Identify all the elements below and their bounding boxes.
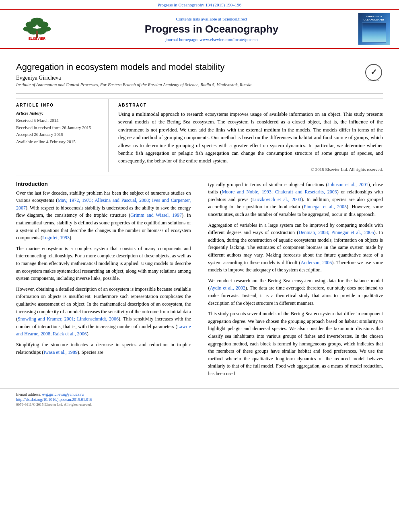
cite-pinnegar: Pinnegar et al., 2005 (304, 204, 347, 210)
article-title-block: Aggregation in ecosystem models and mode… (16, 62, 251, 90)
header-center: Contents lists available at ScienceDirec… (69, 13, 354, 45)
email-label: E-mail address: (16, 392, 41, 396)
body-section: Introduction Over the last few decades, … (16, 175, 383, 381)
history-revised: Received in revised form 26 January 2015 (16, 124, 102, 131)
email-address[interactable]: evg.giricheva@yandex.ru (42, 392, 84, 396)
body-right-column: typically grouped in terms of similar ec… (201, 181, 383, 381)
right-para-2: Aggregation of variables in a large syst… (208, 222, 383, 274)
main-content: Aggregation in ecosystem models and mode… (0, 49, 399, 388)
introduction-heading: Introduction (16, 181, 191, 187)
abstract-copyright: © 2015 Elsevier Ltd. All rights reserved… (118, 167, 383, 172)
header-logo-area: ELSEVIER (5, 13, 69, 45)
history-received: Received 5 March 2014 (16, 117, 102, 124)
cite-may: May, 1972, 1973; Allesina and Pascual, 2… (16, 197, 191, 211)
intro-para-1: Over the last few decades, stability pro… (16, 189, 191, 242)
svg-text:ELSEVIER: ELSEVIER (29, 37, 46, 41)
right-para-4: This study presents several models of th… (208, 310, 383, 377)
journal-title: Progress in Oceanography (145, 23, 278, 35)
cite-moore: Moore and Noble, 1993; Chalcraft and Res… (222, 189, 337, 195)
contents-available: Contents lists available at ScienceDirec… (176, 16, 247, 21)
journal-cover-image: PROGRESS INOCEANOGRAPHY (358, 13, 390, 45)
intro-para-3: However, obtaining a detailed descriptio… (16, 286, 191, 338)
article-history-label: Article history: (16, 111, 102, 115)
author-name: Evgeniya Giricheva (16, 75, 251, 81)
abstract-column: ABSTRACT Using a multimodal approach to … (118, 99, 383, 172)
author-affiliation: Institute of Automation and Control Proc… (16, 82, 251, 87)
journal-homepage: journal homepage: www.elsevier.com/locat… (165, 37, 258, 42)
body-left-column: Introduction Over the last few decades, … (16, 181, 191, 381)
crossmark-area: ✓ CrossMark (365, 64, 383, 85)
intro-para-4: Simplifying the structure indicates a de… (16, 341, 191, 356)
elsevier-tree-icon: ELSEVIER (21, 17, 53, 41)
abstract-heading: ABSTRACT (118, 103, 383, 107)
svg-text:✓: ✓ (370, 68, 377, 76)
cite-anderson: Anderson, 2005 (300, 260, 332, 265)
cite-denman: Denman, 2003; Pinnegar et al., 2005 (298, 230, 374, 235)
email-line: E-mail address: evg.giricheva@yandex.ru (16, 392, 383, 396)
cite-lawrie: Lawrie and Hearne, 2008; Raick et al., 2… (16, 324, 191, 337)
journal-header: ELSEVIER Contents lists available at Sci… (0, 9, 399, 49)
header-right: PROGRESS INOCEANOGRAPHY (354, 13, 394, 45)
doi-line[interactable]: http://dx.doi.org/10.1016/j.pocean.2015.… (16, 397, 383, 402)
journal-reference-text: Progress in Oceanography 134 (2015) 190–… (158, 2, 242, 7)
sciencedirect-link[interactable]: ScienceDirect (222, 16, 247, 21)
article-info-heading: ARTICLE INFO (16, 103, 102, 107)
cite-luczkovich: Luczkovich et al., 2003 (252, 197, 301, 202)
history-accepted: Accepted 26 January 2015 (16, 131, 102, 138)
crossmark-icon: ✓ CrossMark (365, 64, 383, 84)
footer-copyright: 0079-6611/© 2015 Elsevier Ltd. All right… (16, 403, 383, 407)
cite-johnson: Johnson et al., 2001 (327, 182, 368, 187)
footer: E-mail address: evg.giricheva@yandex.ru … (0, 388, 399, 408)
cite-aydin: Aydin et al., 2002 (210, 285, 246, 291)
right-para-1: typically grouped in terms of similar ec… (208, 181, 383, 218)
article-info-column: ARTICLE INFO Article history: Received 5… (16, 99, 109, 172)
journal-reference-bar: Progress in Oceanography 134 (2015) 190–… (0, 0, 399, 9)
right-para-3: We conduct research on the Bering Sea ec… (208, 277, 383, 307)
cite-grimm: Grimm and Wissel, 1997 (130, 212, 182, 218)
svg-text:CrossMark: CrossMark (368, 79, 380, 82)
intro-para-2: The marine ecosystem is a complex system… (16, 245, 191, 282)
abstract-text: Using a multimodal approach to research … (118, 111, 383, 165)
cite-snowling: Snowling and Kramer, 2001; Lindenschmidt… (18, 316, 119, 322)
history-online: Available online 4 February 2015 (16, 138, 102, 146)
elsevier-logo: ELSEVIER (21, 17, 53, 41)
article-info-abstract-section: ARTICLE INFO Article history: Received 5… (16, 99, 383, 172)
article-title-section: Aggregation in ecosystem models and mode… (16, 55, 383, 94)
cite-iwasa: Iwasa et al., 1989 (43, 349, 77, 355)
cite-logofet: Logofet, 1993 (42, 235, 70, 240)
cover-label: PROGRESS INOCEANOGRAPHY (364, 15, 385, 22)
article-title: Aggregation in ecosystem models and mode… (16, 62, 251, 72)
